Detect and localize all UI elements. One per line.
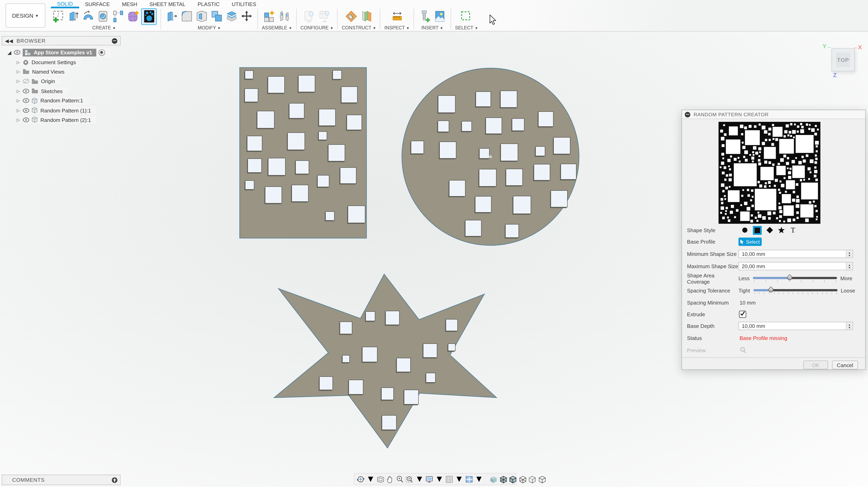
tab-plastic[interactable]: PLASTIC xyxy=(191,0,226,8)
design-menu-button[interactable]: DESIGN▼ xyxy=(6,3,45,28)
window-zoom-icon[interactable] xyxy=(405,475,413,483)
press-pull-icon[interactable] xyxy=(165,9,179,24)
add-comment-icon[interactable] xyxy=(112,477,117,483)
move-icon[interactable] xyxy=(240,9,253,24)
shape-style-circle-icon[interactable] xyxy=(741,226,749,234)
dialog-header[interactable]: RANDOM PATTERN CREATOR xyxy=(682,110,865,119)
tab-solid[interactable]: SOLID xyxy=(51,0,79,8)
visibility-eye-icon[interactable] xyxy=(23,89,29,94)
orbit-icon[interactable] xyxy=(356,475,365,483)
new-component-icon[interactable] xyxy=(262,9,276,24)
dropdown-caret-icon[interactable]: ▼ xyxy=(435,474,444,484)
grid-settings-icon[interactable] xyxy=(445,475,454,483)
style-shaded-visible-icon[interactable] xyxy=(509,475,517,483)
tree-expand-icon[interactable]: ▷ xyxy=(15,117,22,122)
configure-icon[interactable] xyxy=(303,9,316,24)
collapse-panel-icon[interactable]: ◀◀ xyxy=(5,38,13,44)
cancel-button[interactable]: Cancel xyxy=(832,361,858,369)
zoom-icon[interactable] xyxy=(396,475,404,483)
comments-panel[interactable]: COMMENTS xyxy=(2,475,121,485)
dropdown-caret-icon[interactable]: ▼ xyxy=(415,474,424,484)
preview-magnifier-icon[interactable] xyxy=(740,346,747,354)
group-label-construct[interactable]: CONSTRUCT ▼ xyxy=(342,25,376,30)
style-wire-icon[interactable] xyxy=(538,475,546,483)
shape-style-star-icon[interactable] xyxy=(778,226,785,234)
tab-surface[interactable]: SURFACE xyxy=(79,0,116,8)
ok-button[interactable]: OK xyxy=(803,361,828,369)
shape-style-diamond-icon[interactable] xyxy=(766,226,773,234)
shape-area-coverage-slider[interactable] xyxy=(753,275,837,282)
browser-header[interactable]: ◀◀ BROWSER xyxy=(2,36,121,45)
activate-component-radio[interactable] xyxy=(98,49,105,56)
pattern-icon[interactable] xyxy=(111,9,125,24)
base-profile-select-button[interactable]: Select xyxy=(739,238,762,246)
style-shaded-icon[interactable] xyxy=(489,475,498,483)
visibility-eye-icon[interactable] xyxy=(23,117,29,122)
visibility-eye-icon[interactable] xyxy=(23,98,29,103)
group-label-configure[interactable]: CONFIGURE ▼ xyxy=(300,25,334,30)
dropdown-caret-icon[interactable]: ▼ xyxy=(455,474,464,484)
joint-icon[interactable] xyxy=(277,9,291,24)
browser-row-random-pattern-1-1[interactable]: ▷Random Pattern (1):1 xyxy=(2,105,121,115)
fillet-icon[interactable] xyxy=(180,9,194,24)
browser-row-document-settings[interactable]: ▷Document Settings xyxy=(2,57,121,67)
base-depth-input[interactable]: 10,00 mm ▲▼ xyxy=(739,322,853,330)
group-label-modify[interactable]: MODIFY ▼ xyxy=(198,25,221,30)
configuration-table-icon[interactable] xyxy=(317,9,331,24)
offset-face-icon[interactable] xyxy=(225,9,239,24)
look-at-icon[interactable] xyxy=(376,475,385,483)
viewcube-face-top[interactable]: TOP xyxy=(831,48,855,71)
group-label-inspect[interactable]: INSPECT ▼ xyxy=(384,25,409,30)
style-shaded-edges-icon[interactable] xyxy=(499,475,507,483)
hole-icon[interactable] xyxy=(96,9,110,24)
tree-expand-icon[interactable]: ▷ xyxy=(15,69,22,74)
browser-row-app-store-examples-v1[interactable]: ◢App Store Examples v1 xyxy=(2,48,121,57)
create-sketch-icon[interactable] xyxy=(52,9,65,24)
display-settings-icon[interactable] xyxy=(425,475,434,483)
style-wire-all-icon[interactable] xyxy=(519,475,527,483)
tree-expand-icon[interactable]: ▷ xyxy=(15,79,22,84)
extrude-icon[interactable] xyxy=(66,9,80,24)
style-wire-hidden-icon[interactable] xyxy=(528,475,536,483)
browser-row-named-views[interactable]: ▷Named Views xyxy=(2,67,121,77)
dialog-collapse-icon[interactable] xyxy=(685,112,690,117)
insert-image-icon[interactable] xyxy=(433,9,447,24)
construct-plane-icon[interactable] xyxy=(345,9,359,24)
viewcube[interactable]: Y X Z TOP xyxy=(811,37,868,92)
group-label-assemble[interactable]: ASSEMBLE ▼ xyxy=(262,25,292,30)
insert-fastener-icon[interactable] xyxy=(418,9,432,24)
tab-utilities[interactable]: UTILITIES xyxy=(226,0,262,8)
dropdown-caret-icon[interactable]: ▼ xyxy=(475,474,484,484)
group-label-insert[interactable]: INSERT ▼ xyxy=(422,25,443,30)
shape-style-square-icon-selected[interactable] xyxy=(753,226,762,235)
random-pattern-addin-icon-active[interactable] xyxy=(141,8,157,25)
tree-expand-icon[interactable]: ▷ xyxy=(15,89,22,94)
maximum-shape-size-spinner[interactable]: ▲▼ xyxy=(846,263,852,270)
group-label-create[interactable]: CREATE ▼ xyxy=(92,25,116,30)
extrude-checkbox[interactable] xyxy=(739,311,746,318)
combine-icon[interactable] xyxy=(210,9,224,24)
tree-expand-icon[interactable]: ▷ xyxy=(15,98,22,103)
viewports-icon[interactable] xyxy=(465,475,473,483)
browser-row-sketches[interactable]: ▷Sketches xyxy=(2,86,121,96)
shell-icon[interactable] xyxy=(195,9,209,24)
base-depth-spinner[interactable]: ▲▼ xyxy=(846,322,852,330)
selected-item[interactable]: App Store Examples v1 xyxy=(23,49,96,56)
tab-mesh[interactable]: MESH xyxy=(116,0,143,8)
browser-row-origin[interactable]: ▷Origin xyxy=(2,77,121,86)
browser-row-random-pattern-1[interactable]: ▷Random Pattern:1 xyxy=(2,96,121,105)
maximum-shape-size-input[interactable]: 20,00 mm ▲▼ xyxy=(739,262,853,270)
construct-offset-plane-icon[interactable] xyxy=(360,9,373,24)
group-label-select[interactable]: SELECT ▼ xyxy=(455,25,478,30)
visibility-eye-off-icon[interactable] xyxy=(23,79,29,84)
spacing-tolerance-slider[interactable] xyxy=(753,287,837,294)
tab-sheet-metal[interactable]: SHEET METAL xyxy=(143,0,192,8)
visibility-eye-icon[interactable] xyxy=(14,50,21,55)
revolve-icon[interactable] xyxy=(82,9,95,24)
tree-expand-icon[interactable]: ▷ xyxy=(15,108,22,113)
tree-expand-icon[interactable]: ▷ xyxy=(15,60,22,65)
visibility-eye-icon[interactable] xyxy=(23,108,29,113)
tree-collapse-icon[interactable]: ◢ xyxy=(6,50,13,55)
minimum-shape-size-spinner[interactable]: ▲▼ xyxy=(846,250,852,257)
dropdown-caret-icon[interactable]: ▼ xyxy=(366,474,375,484)
